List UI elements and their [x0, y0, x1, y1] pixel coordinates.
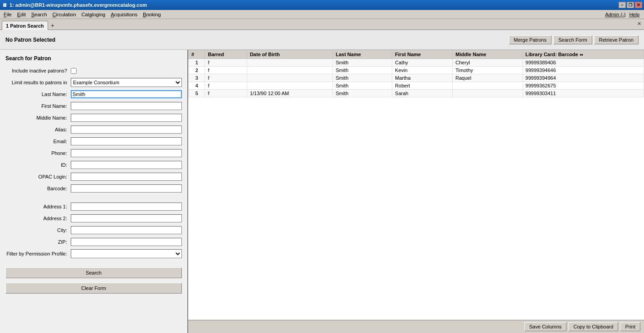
minimize-button[interactable]: − — [619, 2, 626, 8]
barcode-input[interactable] — [71, 184, 182, 193]
results-table-container[interactable]: # Barred Date of Birth Last Name First N… — [188, 50, 644, 320]
merge-patrons-button[interactable]: Merge Patrons — [509, 35, 551, 44]
table-row[interactable]: 4 f Smith Robert 99999362675 — [189, 82, 644, 90]
email-label: Email: — [5, 139, 69, 144]
cell-last: Smith — [333, 67, 392, 74]
main-content: No Patron Selected Merge Patrons Search … — [0, 30, 644, 333]
save-columns-button[interactable]: Save Columns — [524, 322, 567, 331]
last-name-row: Last Name: — [5, 90, 182, 99]
col-dob[interactable]: Date of Birth — [247, 50, 332, 59]
middle-name-label: Middle Name: — [5, 115, 69, 121]
first-name-input[interactable] — [71, 102, 182, 110]
cell-dob — [247, 82, 332, 90]
results-panel: # Barred Date of Birth Last Name First N… — [188, 50, 644, 333]
table-header-row: # Barred Date of Birth Last Name First N… — [189, 50, 644, 59]
menu-booking[interactable]: Booking — [140, 11, 164, 18]
col-last-name[interactable]: Last Name — [333, 50, 392, 59]
restore-button[interactable]: ❐ — [627, 2, 634, 8]
last-name-input[interactable] — [71, 90, 182, 98]
address1-label: Address 1: — [5, 204, 69, 209]
alias-label: Alias: — [5, 127, 69, 132]
email-input[interactable] — [71, 137, 182, 145]
cell-barcode: 99999394646 — [522, 67, 644, 74]
filter-profile-label: Filter by Permission Profile: — [5, 251, 69, 256]
cell-middle: Timothy — [453, 67, 522, 74]
close-window-button[interactable]: ✕ — [635, 2, 642, 8]
address2-label: Address 2: — [5, 216, 69, 221]
col-barcode[interactable]: Library Card: Barcode ⇔ — [522, 50, 644, 59]
alias-row: Alias: — [5, 125, 182, 134]
id-input[interactable] — [71, 161, 182, 169]
menu-acquisitions[interactable]: Acquisitions — [108, 11, 140, 18]
admin-link[interactable]: Admin (-) — [605, 12, 625, 17]
address1-input[interactable] — [71, 203, 182, 211]
city-row: City: — [5, 226, 182, 235]
print-button[interactable]: Print — [620, 322, 640, 331]
phone-input[interactable] — [71, 149, 182, 157]
col-middle-name[interactable]: Middle Name — [453, 50, 522, 59]
no-patron-label: No Patron Selected — [5, 37, 55, 43]
search-panel-title: Search for Patron — [5, 55, 182, 62]
clear-form-button[interactable]: Clear Form — [5, 283, 182, 294]
address1-row: Address 1: — [5, 202, 182, 211]
help-link[interactable]: Help — [629, 12, 639, 17]
header-buttons: Merge Patrons Search Form Retrieve Patro… — [509, 35, 639, 44]
menu-edit[interactable]: Edit — [15, 11, 29, 18]
first-name-label: First Name: — [5, 103, 69, 109]
tab-close-button[interactable]: ✕ — [637, 21, 641, 27]
cell-first: Robert — [392, 82, 453, 90]
search-form-button[interactable]: Search Form — [553, 35, 592, 44]
cell-middle — [453, 90, 522, 97]
tabs-bar: 1 Patron Search + ✕ — [0, 19, 644, 30]
menu-cataloging[interactable]: Cataloging — [79, 11, 108, 18]
cell-first: Sarah — [392, 90, 453, 97]
zip-input[interactable] — [71, 238, 182, 246]
copy-clipboard-button[interactable]: Copy to Clipboard — [568, 322, 618, 331]
first-name-row: First Name: — [5, 101, 182, 111]
spacer-2 — [5, 261, 182, 265]
zip-label: ZIP: — [5, 239, 69, 245]
col-resize-icon: ⇔ — [580, 53, 583, 57]
menu-file[interactable]: File — [1, 11, 15, 18]
results-table: # Barred Date of Birth Last Name First N… — [188, 50, 644, 97]
cell-barcode: 99999303411 — [522, 90, 644, 97]
filter-profile-select[interactable] — [71, 249, 182, 258]
retrieve-patron-button[interactable]: Retrieve Patron — [594, 35, 639, 44]
tab-patron-search[interactable]: 1 Patron Search — [2, 21, 48, 30]
app-icon: 🖥 — [2, 2, 7, 8]
city-label: City: — [5, 227, 69, 233]
col-num[interactable]: # — [189, 50, 205, 59]
search-button[interactable]: Search — [5, 267, 182, 278]
include-inactive-label: Include inactive patrons? — [5, 68, 69, 73]
cell-first: Kevin — [392, 67, 453, 74]
cell-middle: Cheryl — [453, 59, 522, 67]
alias-input[interactable] — [71, 125, 182, 134]
opac-login-input[interactable] — [71, 173, 182, 181]
title-bar-controls[interactable]: − ❐ ✕ — [619, 2, 642, 8]
table-row[interactable]: 2 f Smith Kevin Timothy 99999394646 — [189, 67, 644, 74]
col-first-name[interactable]: First Name — [392, 50, 453, 59]
title-bar: 🖥 1: admin@BR1-winxpvmfx.phasefx.evergre… — [0, 0, 644, 10]
limit-results-select[interactable]: Example Consortium — [71, 78, 182, 87]
address2-input[interactable] — [71, 214, 182, 222]
spacer-1 — [5, 196, 182, 199]
city-input[interactable] — [71, 226, 182, 234]
include-inactive-checkbox[interactable] — [71, 68, 77, 74]
last-name-label: Last Name: — [5, 92, 69, 97]
limit-results-label: Limit results to patrons in — [5, 80, 69, 85]
cell-last: Smith — [333, 74, 392, 82]
cell-dob — [247, 74, 332, 82]
middle-name-input[interactable] — [71, 114, 182, 122]
bottom-bar: Save Columns Copy to Clipboard Print — [188, 320, 644, 333]
col-barred[interactable]: Barred — [205, 50, 247, 59]
menu-search[interactable]: Search — [29, 11, 50, 18]
cell-last: Smith — [333, 90, 392, 97]
table-row[interactable]: 5 f 1/13/90 12:00 AM Smith Sarah 9999930… — [189, 90, 644, 97]
menu-circulation[interactable]: Circulation — [50, 11, 79, 18]
table-row[interactable]: 3 f Smith Martha Raquel 99999394964 — [189, 74, 644, 82]
tab-add-button[interactable]: + — [48, 21, 57, 30]
table-row[interactable]: 1 f Smith Cathy Cheryl 99999389406 — [189, 59, 644, 67]
filter-profile-row: Filter by Permission Profile: — [5, 249, 182, 258]
zip-row: ZIP: — [5, 237, 182, 246]
cell-last: Smith — [333, 82, 392, 90]
